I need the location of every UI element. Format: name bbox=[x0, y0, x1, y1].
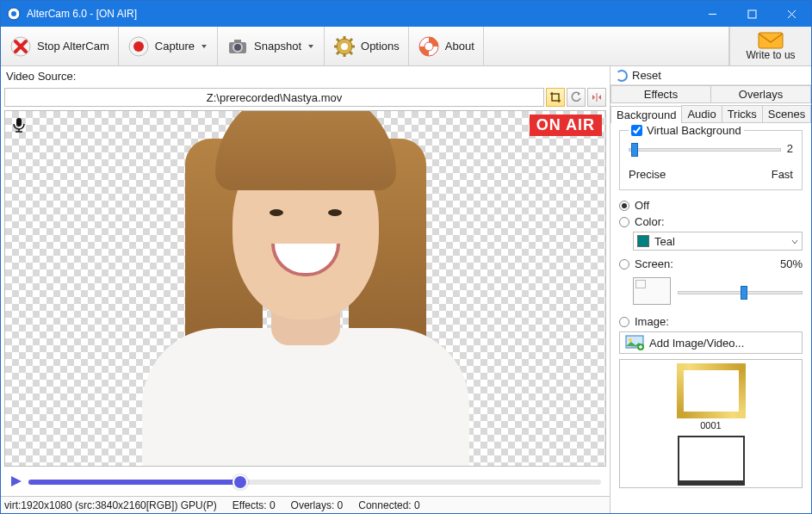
bg-mode-screen-row[interactable]: Screen: 50% bbox=[619, 257, 803, 270]
virtual-background-checkbox[interactable] bbox=[631, 125, 642, 136]
capture-dropdown[interactable] bbox=[200, 43, 208, 50]
on-air-badge: ON AIR bbox=[530, 115, 602, 136]
stop-altercam-button[interactable]: Stop AlterCam bbox=[1, 27, 119, 65]
add-image-button[interactable]: Add Image/Video... bbox=[619, 331, 803, 354]
svg-point-13 bbox=[341, 43, 348, 50]
main-area: Video Source: Z:\prerecorded\Nastya.mov bbox=[1, 66, 811, 513]
reset-label: Reset bbox=[632, 69, 661, 82]
crop-button[interactable] bbox=[546, 88, 565, 107]
svg-rect-3 bbox=[748, 10, 756, 18]
bg-color-select[interactable]: Teal bbox=[633, 232, 803, 251]
add-image-label: Add Image/Video... bbox=[649, 337, 744, 350]
tab-tricks[interactable]: Tricks bbox=[722, 105, 763, 122]
bg-mode-image-row[interactable]: Image: bbox=[619, 315, 803, 328]
options-label: Options bbox=[361, 40, 400, 53]
add-image-icon bbox=[625, 335, 644, 350]
bg-mode-color-row[interactable]: Color: bbox=[619, 215, 803, 228]
tab-scenes[interactable]: Scenes bbox=[762, 105, 811, 122]
status-connected: Connected: 0 bbox=[358, 499, 419, 511]
gear-icon bbox=[333, 35, 356, 58]
radio-screen[interactable] bbox=[619, 259, 629, 269]
vb-quality-slider[interactable]: 2 bbox=[629, 142, 793, 158]
video-source-selector[interactable]: Z:\prerecorded\Nastya.mov bbox=[4, 88, 544, 107]
crop-icon bbox=[549, 91, 561, 103]
capture-button[interactable]: Capture bbox=[119, 27, 218, 65]
screen-preview-thumb[interactable] bbox=[633, 277, 671, 305]
video-source-row: Video Source: bbox=[1, 66, 610, 86]
tab-audio[interactable]: Audio bbox=[681, 105, 722, 122]
bg-thumb-0001-label: 0001 bbox=[700, 420, 721, 430]
stop-icon bbox=[9, 35, 32, 58]
write-to-us-button[interactable]: Write to us bbox=[729, 27, 811, 65]
screen-opacity-slider[interactable] bbox=[678, 284, 803, 301]
capture-label: Capture bbox=[155, 40, 195, 53]
about-button[interactable]: About bbox=[409, 27, 484, 65]
vb-slider-value: 2 bbox=[787, 142, 793, 155]
svg-rect-11 bbox=[234, 40, 241, 43]
record-icon bbox=[127, 35, 150, 58]
bg-color-value: Teal bbox=[654, 235, 675, 248]
toolbar-spacer bbox=[484, 27, 729, 65]
bg-off-label: Off bbox=[635, 199, 649, 212]
snapshot-label: Snapshot bbox=[254, 40, 301, 53]
minimize-button[interactable] bbox=[692, 1, 732, 27]
reset-icon bbox=[616, 70, 628, 82]
monitor-frame-icon bbox=[678, 436, 745, 486]
bg-thumb-0001[interactable]: 0001 bbox=[623, 363, 798, 430]
svg-line-19 bbox=[350, 52, 352, 54]
window-title: AlterCam 6.0 - [ON AIR] bbox=[27, 8, 137, 20]
flip-button[interactable] bbox=[587, 88, 606, 107]
options-button[interactable]: Options bbox=[325, 27, 409, 65]
play-icon[interactable] bbox=[9, 474, 23, 491]
bg-color-label: Color: bbox=[635, 215, 665, 228]
playback-slider[interactable] bbox=[28, 480, 601, 485]
tab-overlays[interactable]: Overlays bbox=[710, 85, 811, 102]
upper-tabs: Effects Overlays bbox=[611, 85, 811, 103]
snapshot-dropdown[interactable] bbox=[307, 43, 315, 50]
envelope-icon bbox=[758, 32, 784, 49]
bg-thumb-0002[interactable] bbox=[623, 436, 798, 486]
gold-frame-icon bbox=[677, 363, 746, 418]
snapshot-button[interactable]: Snapshot bbox=[218, 27, 325, 65]
chevron-down-icon bbox=[791, 235, 798, 248]
virtual-background-label: Virtual Background bbox=[647, 124, 741, 137]
rotate-button[interactable] bbox=[567, 88, 586, 107]
tab-background[interactable]: Background bbox=[611, 106, 682, 123]
radio-image[interactable] bbox=[619, 317, 629, 327]
status-effects: Effects: 0 bbox=[232, 499, 276, 511]
color-swatch bbox=[637, 235, 649, 247]
camera-icon bbox=[226, 35, 249, 58]
main-toolbar: Stop AlterCam Capture Snapshot Options bbox=[1, 27, 811, 66]
left-pane: Video Source: Z:\prerecorded\Nastya.mov bbox=[1, 66, 611, 513]
radio-color[interactable] bbox=[619, 217, 629, 227]
bg-image-list[interactable]: 0001 bbox=[619, 359, 803, 488]
right-panel: Reset Effects Overlays Background Audio … bbox=[611, 66, 811, 513]
microphone-icon[interactable] bbox=[10, 116, 28, 136]
status-bar: virt:1920x1080 (src:3840x2160[RGB]) GPU(… bbox=[1, 496, 610, 513]
background-panel: Virtual Background 2 Precise Fast bbox=[611, 123, 811, 513]
video-preview[interactable]: ON AIR bbox=[4, 110, 606, 467]
app-icon bbox=[6, 6, 22, 22]
bg-screen-value: 50% bbox=[780, 257, 803, 270]
vb-slider-thumb[interactable] bbox=[631, 143, 638, 157]
video-source-value: Z:\prerecorded\Nastya.mov bbox=[207, 91, 343, 104]
svg-point-8 bbox=[133, 41, 144, 52]
app-window: AlterCam 6.0 - [ON AIR] Stop AlterCam Ca… bbox=[0, 0, 812, 514]
video-source-label: Video Source: bbox=[4, 68, 77, 84]
bg-image-label: Image: bbox=[635, 315, 669, 328]
bg-mode-off-row[interactable]: Off bbox=[619, 199, 803, 212]
svg-line-21 bbox=[337, 52, 339, 54]
screen-slider-thumb[interactable] bbox=[741, 286, 747, 300]
tab-effects[interactable]: Effects bbox=[611, 85, 711, 102]
radio-off[interactable] bbox=[619, 201, 629, 211]
titlebar: AlterCam 6.0 - [ON AIR] bbox=[1, 1, 811, 27]
svg-point-10 bbox=[233, 43, 242, 52]
reset-button[interactable]: Reset bbox=[611, 66, 811, 85]
svg-rect-24 bbox=[759, 33, 783, 48]
stop-label: Stop AlterCam bbox=[37, 40, 109, 53]
close-button[interactable] bbox=[772, 1, 811, 27]
playback-thumb[interactable] bbox=[232, 474, 248, 490]
maximize-button[interactable] bbox=[732, 1, 772, 27]
rotate-icon bbox=[570, 91, 582, 103]
svg-line-18 bbox=[337, 39, 339, 41]
